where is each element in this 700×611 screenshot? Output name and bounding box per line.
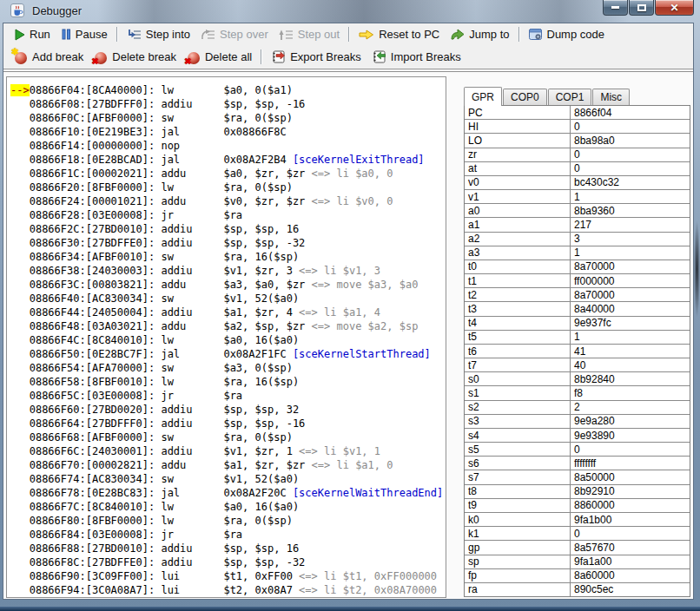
register-row[interactable]: gp8a57670 — [465, 541, 690, 555]
disasm-line[interactable]: 08866F58:[8FBF0010]: lw$ra, 16($sp) — [10, 375, 446, 389]
register-value: 8b92840 — [571, 372, 690, 385]
disasm-line[interactable]: 08866F44:[24050004]: addiu$a1, $zr, 4 <=… — [10, 306, 446, 319]
tab-cop0[interactable]: COP0 — [503, 89, 547, 105]
register-row[interactable]: t88b92910 — [465, 485, 690, 499]
disasm-line[interactable]: 08866F68:[AFBF0000]: sw$ra, 0($sp) — [10, 430, 446, 444]
disasm-line[interactable]: 08866F18:[0E28BCAD]: jal0x08A2F2B4 [sceK… — [10, 153, 446, 167]
step-out-button[interactable]: Step out — [274, 26, 345, 43]
tab-misc[interactable]: Misc — [592, 89, 630, 105]
register-row[interactable]: HI0 — [465, 120, 690, 134]
disasm-line[interactable]: 08866F24:[00001021]: addu$v0, $zr, $zr <… — [10, 194, 446, 208]
register-row[interactable]: t641 — [465, 345, 690, 358]
register-row[interactable]: at0 — [465, 162, 690, 176]
disasm-line[interactable]: 08866F70:[00002821]: addu$a1, $zr, $zr <… — [10, 458, 446, 472]
register-row[interactable]: ra890c5ec — [465, 583, 690, 596]
delete-all-button[interactable]: ✖ Delete all — [182, 49, 257, 66]
register-row[interactable]: s6ffffffff — [465, 457, 690, 470]
register-row[interactable]: a08ba9360 — [465, 204, 690, 218]
register-row[interactable]: t51 — [465, 331, 690, 345]
register-row[interactable]: s08b92840 — [465, 372, 690, 386]
register-row[interactable]: t28a70000 — [465, 288, 690, 302]
register-row[interactable]: PC8866f04 — [465, 106, 690, 120]
register-row[interactable]: k10 — [465, 527, 690, 541]
disasm-line[interactable]: 08866F64:[27BDFFF0]: addiu$sp, $sp, -16 — [10, 417, 446, 430]
disasm-line[interactable]: 08866F34:[AFBF0010]: sw$ra, 16($sp) — [10, 250, 446, 264]
export-breaks-button[interactable]: Export Breaks — [266, 49, 367, 65]
titlebar[interactable]: Debugger ✕ — [0, 0, 700, 23]
disasm-line[interactable]: 08866F7C:[8C840010]: lw$a0, 16($a0) — [10, 500, 446, 514]
disasm-line[interactable]: 08866F8C:[27BDFFE0]: addiu$sp, $sp, -32 — [10, 555, 446, 569]
register-row[interactable]: s1f8 — [465, 386, 690, 400]
register-row[interactable]: a31 — [465, 246, 690, 260]
disasm-line[interactable]: 08866F4C:[8C840010]: lw$a0, 16($a0) — [10, 333, 446, 347]
disasm-line[interactable]: 08866F28:[03E00008]: jr$ra — [10, 208, 446, 222]
disasm-line[interactable]: 08866F20:[8FBF0000]: lw$ra, 0($sp) — [10, 181, 446, 194]
register-row[interactable]: t1ff000000 — [465, 274, 690, 288]
disasm-line[interactable]: 08866F38:[24030003]: addiu$v1, $zr, 3 <=… — [10, 264, 446, 278]
disasm-line[interactable]: 08866F54:[AFA70000]: sw$a3, 0($sp) — [10, 361, 446, 375]
tab-gpr[interactable]: GPR — [464, 87, 502, 106]
disassembly-panel[interactable]: -->08866F04:[8CA40000]: lw$a0, 0($a1) 08… — [6, 76, 446, 598]
delete-break-button[interactable]: ✖ Delete break — [89, 49, 182, 66]
pause-button[interactable]: Pause — [56, 26, 113, 43]
register-row[interactable]: sp9fa1a00 — [465, 555, 690, 569]
register-row[interactable]: s50 — [465, 443, 690, 457]
disasm-line[interactable]: 08866F14:[00000000]: nop — [10, 139, 446, 153]
reset-to-pc-button[interactable]: Reset to PC — [353, 26, 445, 43]
register-row[interactable]: LO8ba98a0 — [465, 134, 690, 148]
register-row[interactable]: s49e93890 — [465, 429, 690, 443]
jump-to-button[interactable]: Jump to — [445, 26, 514, 43]
disasm-line[interactable]: 08866F50:[0E28BC7F]: jal0x08A2F1FC [sceK… — [10, 347, 446, 361]
dump-code-button[interactable]: Dump code — [524, 26, 610, 43]
import-breaks-button[interactable]: Import Breaks — [367, 49, 466, 65]
disasm-line[interactable]: 08866F10:[0E219BE3]: jal0x08866F8C — [10, 125, 446, 139]
disasm-line[interactable]: 08866F88:[27BD0010]: addiu$sp, $sp, 16 — [10, 542, 446, 555]
disasm-line[interactable]: 08866F2C:[27BD0010]: addiu$sp, $sp, 16 — [10, 222, 446, 236]
minimize-button[interactable] — [603, 0, 628, 16]
register-row[interactable]: t98860000 — [465, 499, 690, 513]
disasm-line[interactable]: 08866F3C:[00803821]: addu$a3, $a0, $zr <… — [10, 278, 446, 292]
register-row[interactable]: v11 — [465, 190, 690, 204]
operands: $sp, $sp, 32 — [223, 404, 299, 416]
tab-cop1[interactable]: COP1 — [548, 89, 592, 105]
run-button[interactable]: Run — [9, 26, 56, 43]
register-row[interactable]: t38a40000 — [465, 302, 690, 316]
disasm-line[interactable]: 08866F48:[03A03021]: addu$a2, $sp, $zr <… — [10, 319, 446, 333]
disasm-line[interactable]: 08866F90:[3C09FF00]: lui$t1, 0xFF00 <=> … — [10, 569, 446, 583]
register-row[interactable]: zr0 — [465, 148, 690, 162]
register-value: 0 — [571, 162, 690, 175]
disasm-line[interactable]: 08866F80:[8FBF0000]: lw$ra, 0($sp) — [10, 514, 446, 528]
disasm-line[interactable]: 08866F0C:[AFBF0000]: sw$ra, 0($sp) — [10, 111, 446, 125]
pseudo-op: <=> move $a3, $a0 — [305, 279, 418, 291]
register-row[interactable]: v0bc430c32 — [465, 176, 690, 190]
register-row[interactable]: t740 — [465, 358, 690, 372]
register-row[interactable]: t49e937fc — [465, 317, 690, 331]
close-button[interactable]: ✕ — [655, 0, 694, 16]
step-into-button[interactable]: Step into — [122, 26, 195, 43]
register-row[interactable]: s39e9a280 — [465, 415, 690, 429]
disasm-line[interactable]: 08866F84:[03E00008]: jr$ra — [10, 528, 446, 542]
disasm-line[interactable]: 08866F1C:[00002021]: addu$a0, $zr, $zr <… — [10, 167, 446, 181]
disasm-line[interactable]: 08866F40:[AC830034]: sw$v1, 52($a0) — [10, 292, 446, 306]
register-row[interactable]: a1217 — [465, 218, 690, 232]
disasm-line[interactable]: 08866F6C:[24030001]: addiu$v1, $zr, 1 <=… — [10, 444, 446, 458]
disasm-line[interactable]: 08866F74:[AC830034]: sw$v1, 52($a0) — [10, 472, 446, 486]
disasm-line[interactable]: 08866F08:[27BDFFF0]: addiu$sp, $sp, -16 — [10, 97, 446, 111]
disasm-line[interactable]: 08866F78:[0E28BC83]: jal0x08A2F20C [sceK… — [10, 486, 446, 500]
register-row[interactable]: s22 — [465, 401, 690, 415]
disasm-line[interactable]: -->08866F04:[8CA40000]: lw$a0, 0($a1) — [10, 83, 446, 97]
register-row[interactable]: k09fa1b00 — [465, 513, 690, 527]
register-name: a1 — [465, 218, 571, 231]
register-row[interactable]: fp8a60000 — [465, 569, 690, 583]
register-row[interactable]: s78a50000 — [465, 470, 690, 484]
register-row[interactable]: t08a70000 — [465, 260, 690, 274]
maximize-button[interactable] — [629, 0, 654, 16]
marker-space — [10, 195, 30, 207]
disasm-line[interactable]: 08866F94:[3C0A08A7]: lui$t2, 0x08A7 <=> … — [10, 583, 446, 597]
disasm-line[interactable]: 08866F60:[27BD0020]: addiu$sp, $sp, 32 — [10, 403, 446, 417]
disasm-line[interactable]: 08866F30:[27BDFFE0]: addiu$sp, $sp, -32 — [10, 236, 446, 250]
disasm-line[interactable]: 08866F5C:[03E00008]: jr$ra — [10, 389, 446, 403]
register-row[interactable]: a23 — [465, 233, 690, 246]
step-over-button[interactable]: Step over — [195, 26, 274, 43]
add-break-button[interactable]: ✱ Add break — [9, 49, 89, 66]
